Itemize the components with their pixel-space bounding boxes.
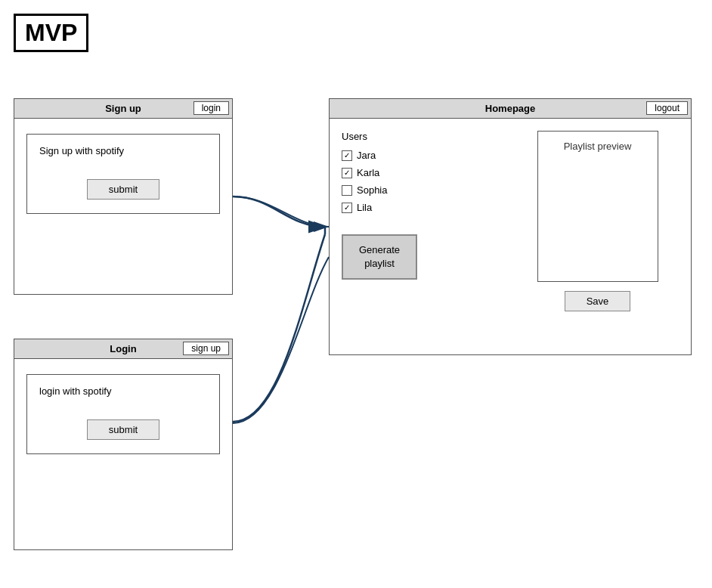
signup-tab-button[interactable]: sign up xyxy=(183,342,229,355)
homepage-titlebar: Homepage logout xyxy=(330,99,691,119)
users-section: Users Jara Karla Sophia Lila Generate pl… xyxy=(342,131,504,311)
login-tab-active[interactable]: Login xyxy=(110,343,136,354)
login-inner-box: login with spotify submit xyxy=(26,374,220,454)
sophia-label: Sophia xyxy=(357,184,387,196)
list-item: Jara xyxy=(342,150,504,161)
signup-titlebar: Sign up login xyxy=(14,99,232,119)
login-body: login with spotify submit xyxy=(14,359,232,466)
login-titlebar: Login sign up xyxy=(14,339,232,359)
sophia-checkbox[interactable] xyxy=(342,185,352,196)
signup-tab-active[interactable]: Sign up xyxy=(105,103,141,114)
homepage-title: Homepage xyxy=(485,103,535,114)
signup-submit-button[interactable]: submit xyxy=(87,179,159,200)
list-item: Karla xyxy=(342,167,504,178)
lila-checkbox[interactable] xyxy=(342,203,352,213)
list-item: Lila xyxy=(342,202,504,213)
signup-window: Sign up login Sign up with spotify submi… xyxy=(14,98,233,295)
karla-checkbox[interactable] xyxy=(342,168,352,178)
login-submit-button[interactable]: submit xyxy=(87,419,159,440)
homepage-window: Homepage logout Users Jara Karla Sophia … xyxy=(329,98,692,355)
signup-with-spotify-label: Sign up with spotify xyxy=(39,145,207,156)
lila-label: Lila xyxy=(357,202,372,213)
generate-playlist-button[interactable]: Generate playlist xyxy=(342,234,417,280)
login-with-spotify-label: login with spotify xyxy=(39,385,207,397)
signup-body: Sign up with spotify submit xyxy=(14,119,232,226)
jara-label: Jara xyxy=(357,150,376,161)
homepage-body: Users Jara Karla Sophia Lila Generate pl… xyxy=(330,119,691,323)
login-window: Login sign up login with spotify submit xyxy=(14,339,233,550)
preview-section: Playlist preview Save xyxy=(516,131,679,311)
login-tab-button[interactable]: login xyxy=(193,101,229,115)
playlist-preview-label: Playlist preview xyxy=(564,141,632,152)
jara-checkbox[interactable] xyxy=(342,150,352,161)
list-item: Sophia xyxy=(342,184,504,196)
logout-button[interactable]: logout xyxy=(646,101,688,115)
users-title: Users xyxy=(342,131,504,142)
karla-label: Karla xyxy=(357,167,379,178)
save-button[interactable]: Save xyxy=(565,291,631,311)
mvp-title: MVP xyxy=(14,14,88,52)
playlist-preview-box: Playlist preview xyxy=(537,131,658,282)
signup-inner-box: Sign up with spotify submit xyxy=(26,134,220,214)
